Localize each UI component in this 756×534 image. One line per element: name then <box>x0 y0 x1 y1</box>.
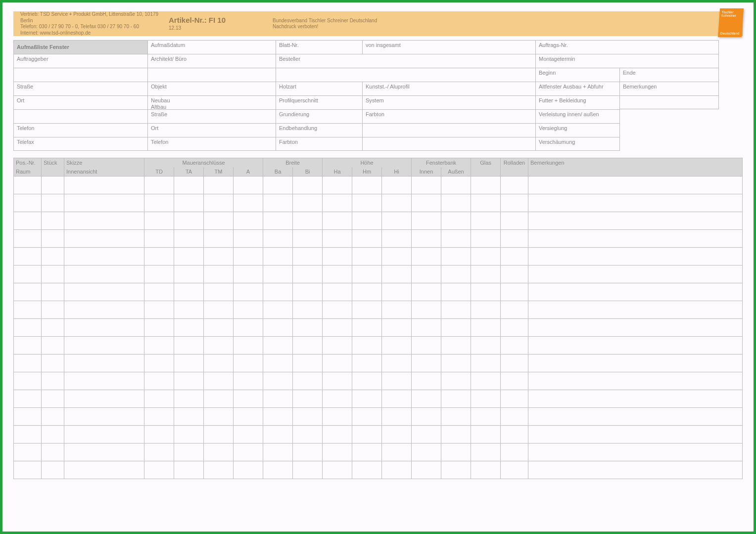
th-hm: Hm <box>352 167 382 177</box>
field-architekt-line[interactable] <box>148 68 276 82</box>
th-glas: Glas <box>471 158 501 177</box>
field-bem-1[interactable] <box>620 95 719 109</box>
th-rolladen: Rolladen <box>501 158 528 177</box>
label-versiegelung: Versieglung <box>536 123 620 137</box>
th-stueck: Stück <box>42 158 64 177</box>
field-auftraggeber-line[interactable] <box>13 68 148 82</box>
logo-text-bottom: Deutschland <box>720 32 740 35</box>
label-neubau: Neubau <box>151 97 273 104</box>
label-besteller: Besteller <box>276 54 536 68</box>
measurement-table: Pos.-Nr. Stück Skizze Maueranschlüsse Br… <box>13 158 743 479</box>
table-body <box>14 177 743 479</box>
th-ha: Ha <box>323 167 352 177</box>
table-row[interactable] <box>14 301 743 319</box>
association-line-1: Bundesverband Tischler Schreiner Deutsch… <box>273 18 736 24</box>
th-innen: Innen <box>412 167 441 177</box>
table-row[interactable] <box>14 372 743 390</box>
info-grid: Aufmaßliste Fenster Aufmaßdatum Blatt-Nr… <box>13 40 743 151</box>
table-row[interactable] <box>14 408 743 426</box>
table-row[interactable] <box>14 355 743 372</box>
distributor-line-2: Telefon: 030 / 27 90 70 - 0, Telefax 030… <box>20 24 169 30</box>
table-row[interactable] <box>14 337 743 355</box>
field-endbeh-blank[interactable] <box>363 123 536 137</box>
label-beginn: Beginn <box>536 68 620 82</box>
label-strasse-right: Straße <box>148 109 276 123</box>
label-verschaeumung: Verschäumung <box>536 137 620 151</box>
logo-text-top: Tischler Schreiner <box>721 10 742 17</box>
table-row[interactable] <box>14 230 743 248</box>
field-ort-line[interactable] <box>13 109 148 123</box>
label-profilquerschnitt: Profilquerschnitt <box>276 95 363 109</box>
logo-icon: Tischler Schreiner Deutschland <box>718 8 744 37</box>
th-breite: Breite <box>263 158 323 168</box>
th-hi: Hi <box>382 167 412 177</box>
document-page: Vertrieb: TSD Service + Produkt GmbH, Li… <box>2 2 754 532</box>
th-pos-1: Pos.-Nr. <box>14 158 42 168</box>
table-row[interactable] <box>14 390 743 408</box>
label-aufmassdatum: Aufmaßdatum <box>148 40 276 54</box>
table-row[interactable] <box>14 444 743 461</box>
th-maueranschluesse: Maueranschlüsse <box>144 158 263 168</box>
label-futter: Futter + Bekleidung <box>536 95 620 109</box>
label-holzart: Holzart <box>276 82 363 95</box>
table-row[interactable] <box>14 426 743 444</box>
th-ta: TA <box>174 167 204 177</box>
association-info: Bundesverband Tischler Schreiner Deutsch… <box>258 18 736 30</box>
label-kunstst-alu: Kunstst.-/ Aluprofil <box>363 82 536 95</box>
field-besteller-line[interactable] <box>276 68 536 82</box>
table-row[interactable] <box>14 283 743 301</box>
th-aussen: Außen <box>441 167 471 177</box>
label-blatt-nr: Blatt-Nr. <box>276 40 363 54</box>
label-ort-left: Ort <box>13 95 148 109</box>
th-tm: TM <box>204 167 234 177</box>
label-neubau-altbau: Neubau Altbau <box>148 95 276 109</box>
label-telefon-right: Telefon <box>148 137 276 151</box>
label-altfenster: Altfenster Ausbau + Abfuhr <box>536 82 620 95</box>
th-fensterbank: Fensterbank <box>412 158 471 168</box>
label-strasse-left: Straße <box>13 82 148 95</box>
table-row[interactable] <box>14 194 743 212</box>
field-farbton-blank[interactable] <box>363 137 536 151</box>
distributor-info: Vertrieb: TSD Service + Produkt GmbH, Li… <box>20 11 169 36</box>
label-montagetermin: Montagetermin <box>536 54 719 68</box>
label-architekt: Architekt/ Büro <box>148 54 276 68</box>
table-row[interactable] <box>14 319 743 337</box>
version-label: 12.13 <box>169 25 258 32</box>
table-row[interactable] <box>14 248 743 266</box>
label-bemerkungen-top: Bemerkungen <box>620 82 719 95</box>
article-number: Artikel-Nr.: FI 10 <box>169 16 258 25</box>
label-farbton-2: Farbton <box>276 137 363 151</box>
article-info: Artikel-Nr.: FI 10 12.13 <box>169 16 258 31</box>
table-row[interactable] <box>14 266 743 283</box>
association-line-2: Nachdruck verboten! <box>273 24 736 30</box>
th-bemerkungen: Bemerkungen <box>528 158 743 177</box>
label-ort-right: Ort <box>148 123 276 137</box>
th-td: TD <box>144 167 174 177</box>
th-pos-2: Raum <box>14 167 42 177</box>
label-grundierung: Grundierung <box>276 109 363 123</box>
table-header: Pos.-Nr. Stück Skizze Maueranschlüsse Br… <box>14 158 743 177</box>
th-a: A <box>234 167 263 177</box>
form-title: Aufmaßliste Fenster <box>13 40 148 54</box>
label-verleistung: Verleistung innen/ außen <box>536 109 620 123</box>
table-row[interactable] <box>14 461 743 479</box>
label-system: System <box>363 95 536 109</box>
th-ba: Ba <box>263 167 293 177</box>
th-bi: Bi <box>293 167 323 177</box>
distributor-line-1: Vertrieb: TSD Service + Produkt GmbH, Li… <box>20 11 169 24</box>
table-row[interactable] <box>14 212 743 230</box>
label-farbton-1: Farbton <box>363 109 536 123</box>
label-objekt: Objekt <box>148 82 276 95</box>
label-auftrags-nr: Auftrags-Nr. <box>536 40 719 54</box>
th-skizze-1: Skizze <box>64 158 144 168</box>
label-endbehandlung: Endbehandlung <box>276 123 363 137</box>
th-hoehe: Höhe <box>323 158 412 168</box>
th-skizze-2: Innenansicht <box>64 167 144 177</box>
label-telefon-left: Telefon <box>13 123 148 137</box>
header-bar: Vertrieb: TSD Service + Produkt GmbH, Li… <box>13 11 743 36</box>
label-telefax: Telefax <box>13 137 148 151</box>
label-von-insgesamt: von insgesamt <box>363 40 536 54</box>
distributor-line-3: Internet: www.tsd-onlineshop.de <box>20 30 169 37</box>
table-row[interactable] <box>14 177 743 194</box>
label-auftraggeber: Auftraggeber <box>13 54 148 68</box>
